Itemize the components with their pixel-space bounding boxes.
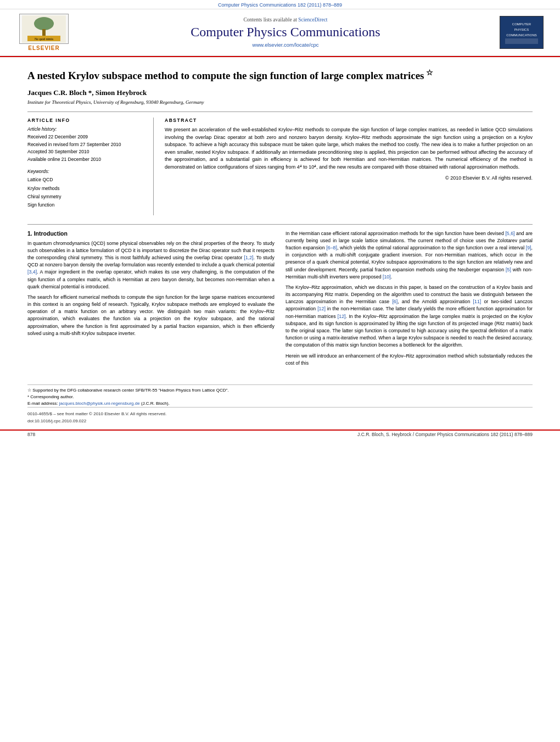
- section-divider: [27, 224, 533, 225]
- ref-12b[interactable]: [12]: [338, 314, 346, 319]
- svg-text:Ne quid nimis: Ne quid nimis: [35, 37, 54, 41]
- received-revised-date: Received in revised form 27 September 20…: [27, 141, 145, 149]
- affiliation: Institute for Theoretical Physics, Unive…: [27, 99, 533, 105]
- svg-text:COMMUNICATIONS: COMMUNICATIONS: [506, 34, 537, 37]
- sciencedirect-link[interactable]: ScienceDirect: [298, 17, 327, 23]
- available-date: Available online 21 December 2010: [27, 156, 145, 164]
- journal-title-center: Contents lists available at ScienceDirec…: [77, 17, 494, 48]
- journal-header: Computer Physics Communications 182 (201…: [0, 0, 560, 57]
- email-label: E-mail address:: [27, 401, 58, 406]
- section-1-heading: 1. Introduction: [27, 230, 275, 237]
- elsevier-logo: Ne quid nimis ELSEVIER: [11, 14, 77, 51]
- body-content: 1. Introduction In quantum chromodynamic…: [27, 230, 533, 370]
- svg-text:PHYSICS: PHYSICS: [514, 28, 529, 31]
- article-info: ARTICLE INFO Article history: Received 2…: [27, 118, 154, 215]
- ref-9[interactable]: [9]: [526, 245, 531, 250]
- article-info-title: ARTICLE INFO: [27, 118, 145, 123]
- keywords-label: Keywords:: [27, 169, 145, 174]
- history-label: Article history:: [27, 126, 145, 132]
- body-para-2: The search for efficient numerical metho…: [27, 294, 275, 337]
- page-number-left: 878: [27, 432, 35, 437]
- keywords-section: Keywords: Lattice QCD Krylov methods Chi…: [27, 169, 145, 209]
- ref-11[interactable]: [11]: [473, 299, 481, 304]
- svg-text:COMPUTER: COMPUTER: [512, 23, 531, 26]
- journal-logo-right: COMPUTER PHYSICS COMMUNICATIONS: [494, 16, 549, 49]
- keyword-1: Lattice QCD: [27, 176, 145, 184]
- info-abstract-section: ARTICLE INFO Article history: Received 2…: [27, 111, 533, 215]
- title-star: ☆: [424, 69, 433, 77]
- abstract-title: ABSTRACT: [165, 118, 533, 123]
- abstract-text: We present an acceleration of the well-e…: [165, 126, 533, 171]
- footnote-star: ☆ Supported by the DFG collaborative res…: [27, 387, 533, 394]
- accepted-date: Accepted 30 September 2010: [27, 148, 145, 156]
- received-date: Received 22 December 2009: [27, 133, 145, 141]
- elsevier-logo-image: Ne quid nimis: [19, 14, 69, 44]
- journal-logo-box: COMPUTER PHYSICS COMMUNICATIONS: [500, 16, 544, 49]
- journal-top-bar: Computer Physics Communications 182 (201…: [0, 0, 560, 9]
- footer-issn: 0010-4655/$ – see front matter © 2010 El…: [27, 411, 533, 418]
- footer-doi: doi:10.1016/j.cpc.2010.09.022: [27, 418, 533, 425]
- keyword-2: Krylov methods: [27, 185, 145, 193]
- body-para-5: Herein we will introduce an enhancement …: [285, 353, 533, 367]
- ref-10[interactable]: [10]: [383, 274, 391, 280]
- abstract-copyright: © 2010 Elsevier B.V. All rights reserved…: [165, 175, 533, 181]
- abstract-section: ABSTRACT We present an acceleration of t…: [165, 118, 533, 215]
- email-address[interactable]: jacques.bloch@physik.uni-regensburg.de: [59, 401, 140, 406]
- ref-6b[interactable]: [6]: [392, 299, 397, 304]
- authors: Jacques C.R. Bloch *, Simon Heybrock: [27, 88, 533, 97]
- contents-line: Contents lists available at ScienceDirec…: [77, 17, 494, 23]
- journal-banner: Ne quid nimis ELSEVIER Contents lists av…: [0, 9, 560, 56]
- body-para-4: The Krylov–Ritz approximation, which we …: [285, 284, 533, 349]
- page-number-bar: 878 J.C.R. Bloch, S. Heybrock / Computer…: [0, 429, 560, 438]
- article-history: Article history: Received 22 December 20…: [27, 126, 145, 163]
- svg-point-1: [34, 17, 54, 30]
- body-para-1: In quantum chromodynamics (QCD) some phy…: [27, 240, 275, 291]
- ref-1-2[interactable]: [1,2]: [244, 255, 253, 260]
- ref-5-6[interactable]: [5,6]: [505, 231, 514, 236]
- email-suffix: (J.C.R. Bloch).: [141, 401, 170, 406]
- body-para-3: In the Hermitian case efficient rational…: [285, 230, 533, 281]
- footnote-corresponding: * Corresponding author.: [27, 394, 533, 400]
- page-number-right: J.C.R. Bloch, S. Heybrock / Computer Phy…: [357, 432, 533, 437]
- journal-url[interactable]: www.elsevier.com/locate/cpc: [77, 42, 494, 48]
- ref-3-4[interactable]: [3,4]: [27, 269, 37, 275]
- ref-5b[interactable]: [5]: [506, 267, 511, 272]
- article-title: A nested Krylov subspace method to compu…: [27, 68, 533, 83]
- author-names: Jacques C.R. Bloch *, Simon Heybrock: [27, 88, 147, 97]
- keywords-list: Lattice QCD Krylov methods Chiral symmet…: [27, 176, 145, 209]
- footnote-section: ☆ Supported by the DFG collaborative res…: [27, 384, 533, 407]
- journal-citation: Computer Physics Communications 182 (201…: [218, 2, 342, 8]
- keyword-4: Sign function: [27, 201, 145, 209]
- elsevier-wordmark: ELSEVIER: [28, 45, 59, 51]
- col-left: 1. Introduction In quantum chromodynamic…: [27, 230, 275, 370]
- ref-6-8[interactable]: [6–8]: [326, 245, 337, 250]
- col-right: In the Hermitian case efficient rational…: [285, 230, 533, 370]
- page-footer: 0010-4655/$ – see front matter © 2010 El…: [27, 407, 533, 428]
- page-content: A nested Krylov subspace method to compu…: [0, 57, 560, 381]
- keyword-3: Chiral symmetry: [27, 193, 145, 201]
- journal-main-title: Computer Physics Communications: [77, 25, 494, 40]
- footnote-email: E-mail address: jacques.bloch@physik.uni…: [27, 400, 533, 407]
- svg-rect-9: [505, 38, 538, 44]
- ref-12[interactable]: [12]: [317, 306, 326, 311]
